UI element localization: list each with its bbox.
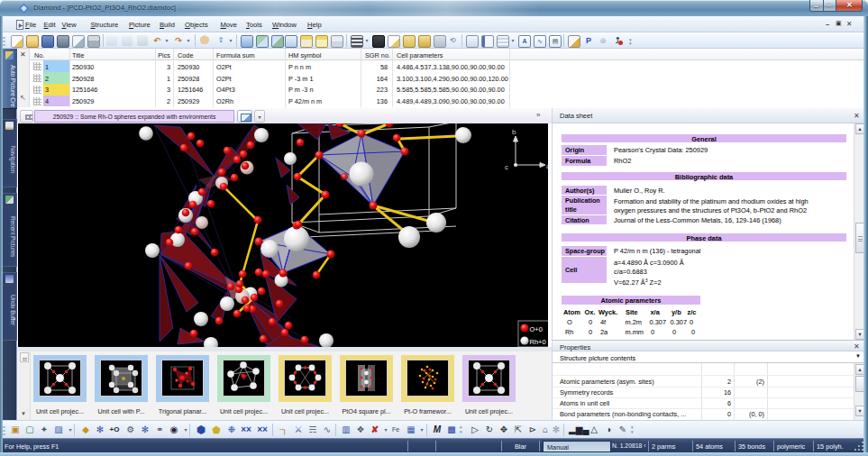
svg-text:b: b [512,128,516,136]
svg-text:c: c [505,163,508,171]
svg-text:Rh+0: Rh+0 [530,338,546,346]
svg-text:O+0: O+0 [530,325,543,333]
svg-text:a: a [546,162,548,170]
